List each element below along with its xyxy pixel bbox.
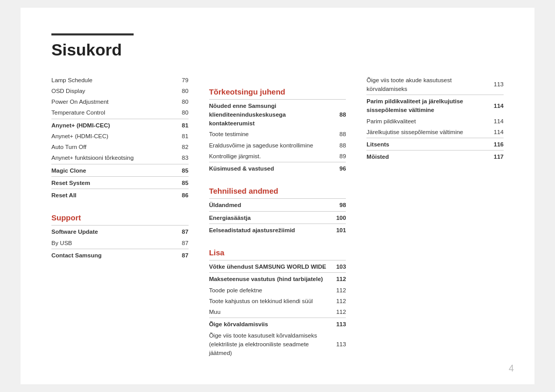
- col2-table3: Võtke ühendust SAMSUNG WORLD WIDE103Maks…: [209, 260, 346, 359]
- toc-number: 87: [173, 226, 189, 238]
- toc-label: Magic Clone: [51, 164, 173, 176]
- page-title: Sisukord: [51, 41, 504, 60]
- toc-number: 96: [330, 162, 346, 175]
- toc-label: Lamp Schedule: [51, 75, 173, 86]
- toc-number: 87: [173, 249, 189, 261]
- toc-label: Küsimused & vastused: [209, 162, 331, 175]
- toc-label: Power On Adjustment: [51, 97, 173, 107]
- toc-number: 103: [330, 260, 346, 273]
- toc-label: Contact Samsung: [51, 249, 173, 261]
- toc-label: Anynet+ funktsiooni tõrkeotsing: [51, 153, 173, 164]
- toc-number: 88: [330, 129, 346, 140]
- toc-number: 80: [173, 107, 189, 119]
- toc-label: Anynet+ (HDMI-CEC): [51, 131, 173, 142]
- toc-number: 113: [330, 318, 346, 330]
- toc-label: Energiasäästja: [209, 211, 331, 223]
- toc-label: Üldandmed: [209, 199, 331, 211]
- toc-number: 83: [173, 153, 189, 164]
- toc-label: Toode pole defektne: [209, 285, 331, 296]
- toc-label: Eraldusvõime ja sageduse kontrollimine: [209, 140, 331, 151]
- toc-label: Järelkujutise sissepõlemise vältimine: [366, 127, 488, 138]
- toc-label: Temperature Control: [51, 107, 173, 119]
- toc-label: Õige viis toote kasutuselt kõrvaldamisek…: [209, 330, 331, 359]
- toc-label: Toote kahjustus on tekkinud kliendi süül: [209, 296, 331, 307]
- content-grid: Lamp Schedule79OSD Display80Power On Adj…: [51, 75, 504, 359]
- toc-number: 112: [330, 285, 346, 296]
- col2-heading1: Tõrkeotsingu juhend: [209, 87, 346, 96]
- toc-label: OSD Display: [51, 86, 173, 97]
- toc-label: Litsents: [366, 138, 488, 151]
- toc-number: 112: [330, 307, 346, 318]
- toc-number: 79: [173, 75, 189, 86]
- toc-number: 89: [330, 151, 346, 162]
- col3-table-top: Õige viis toote akude kasutusest körvald…: [366, 75, 504, 95]
- toc-number: 113: [488, 75, 504, 95]
- toc-number: 85: [173, 164, 189, 176]
- toc-number: 81: [173, 131, 189, 142]
- col1: Lamp Schedule79OSD Display80Power On Adj…: [51, 75, 189, 359]
- toc-label: Õige viis toote akude kasutusest körvald…: [366, 75, 488, 95]
- toc-number: 114: [488, 127, 504, 138]
- toc-number: 80: [173, 97, 189, 107]
- toc-number: 116: [488, 138, 504, 151]
- toc-number: 114: [488, 95, 504, 116]
- col1-table: Lamp Schedule79OSD Display80Power On Adj…: [51, 75, 189, 201]
- toc-number: 100: [330, 211, 346, 223]
- toc-label: Eelseadistatud ajastusrežiimid: [209, 223, 331, 236]
- toc-label: Anynet+ (HDMI-CEC): [51, 119, 173, 131]
- toc-label: Reset System: [51, 176, 173, 189]
- toc-number: 88: [330, 99, 346, 129]
- support-table: Software Update87By USB87Contact Samsung…: [51, 225, 189, 261]
- toc-number: 86: [173, 189, 189, 201]
- page-number: 4: [509, 363, 514, 374]
- title-bar: [51, 33, 134, 35]
- page: Sisukord Lamp Schedule79OSD Display80Pow…: [21, 8, 534, 385]
- toc-number: 117: [488, 151, 504, 163]
- toc-number: 114: [488, 116, 504, 127]
- toc-label: Auto Turn Off: [51, 142, 173, 153]
- toc-label: Parim pildikvaliteet ja järelkujutise si…: [366, 95, 488, 116]
- col3-table2: Parim pildikvaliteet ja järelkujutise si…: [366, 95, 504, 163]
- toc-number: 85: [173, 176, 189, 189]
- toc-number: 87: [173, 238, 189, 249]
- toc-label: Software Update: [51, 226, 173, 238]
- toc-label: Parim pildikvaliteet: [366, 116, 488, 127]
- toc-number: 112: [330, 273, 346, 285]
- support-heading: Support: [51, 213, 189, 222]
- toc-label: Nõuded enne Samsungi klienditeeninduskes…: [209, 99, 331, 129]
- toc-number: 98: [330, 199, 346, 211]
- toc-label: Kontrollige järgmist.: [209, 151, 331, 162]
- toc-label: Makseteenuse vastutus (hind tarbijatele): [209, 273, 331, 285]
- toc-number: 81: [173, 119, 189, 131]
- toc-number: 88: [330, 140, 346, 151]
- toc-label: By USB: [51, 238, 173, 249]
- col2: Tõrkeotsingu juhend Nõuded enne Samsungi…: [209, 75, 346, 359]
- toc-label: Õige kõrvaldamisviis: [209, 318, 331, 330]
- toc-label: Muu: [209, 307, 331, 318]
- col2-table1: Nõuded enne Samsungi klienditeeninduskes…: [209, 99, 346, 175]
- col2-table2: Üldandmed98Energiasäästja100Eelseadistat…: [209, 198, 346, 236]
- col3: Õige viis toote akude kasutusest körvald…: [366, 75, 504, 359]
- toc-label: Reset All: [51, 189, 173, 201]
- col2-heading3: Lisa: [209, 248, 346, 257]
- toc-number: 101: [330, 223, 346, 236]
- toc-label: Toote testimine: [209, 129, 331, 140]
- toc-number: 112: [330, 296, 346, 307]
- toc-label: Mõisted: [366, 151, 488, 163]
- col2-heading2: Tehnilised andmed: [209, 186, 346, 195]
- toc-number: 82: [173, 142, 189, 153]
- toc-number: 80: [173, 86, 189, 97]
- toc-label: Võtke ühendust SAMSUNG WORLD WIDE: [209, 260, 331, 273]
- toc-number: 113: [330, 330, 346, 359]
